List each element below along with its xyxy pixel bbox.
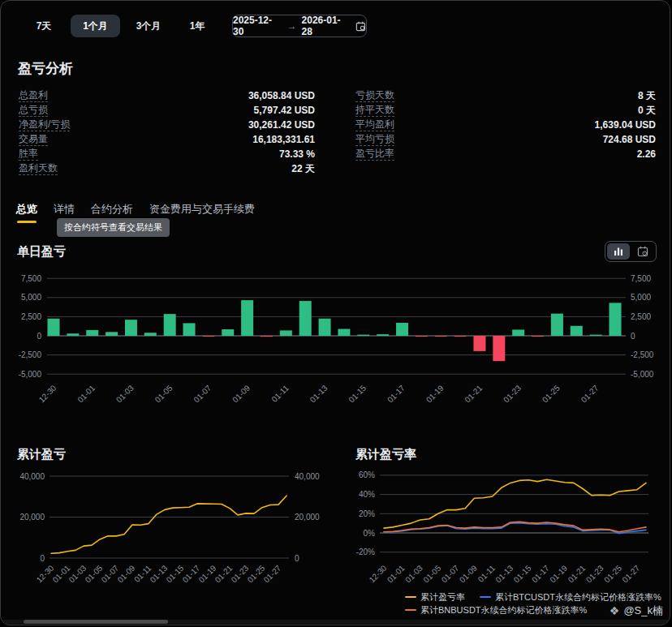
date-range-picker[interactable]: 2025-12-30 → 2026-01-28 — [232, 15, 367, 37]
stat-label[interactable]: 亏损天数 — [355, 89, 394, 102]
x-tick-label: 01-07 — [440, 563, 461, 584]
cumulative-pnl-rate-chart[interactable]: 60%40%20%0%-20%12-3001-0101-0301-0501-07… — [1, 467, 670, 599]
daily-pnl-bar[interactable] — [280, 330, 292, 336]
legend-label: 累计BTCUSDT永续合约标记价格涨跌率% — [495, 591, 661, 603]
y-tick-label: 0% — [364, 529, 376, 538]
daily-pnl-bar[interactable] — [493, 336, 505, 361]
x-tick-label: 01-21 — [566, 563, 588, 584]
bar-view-button[interactable] — [607, 243, 630, 260]
daily-pnl-bar[interactable] — [454, 336, 467, 337]
time-range-filter: 7天 1个月 3个月 1年 2025-12-30 → 2026-01-28 — [1, 15, 670, 37]
pnl-analysis-panel: 7天 1个月 3个月 1年 2025-12-30 → 2026-01-28 盈亏… — [0, 0, 670, 625]
x-tick-label: 01-05 — [421, 563, 442, 584]
x-tick-label: 01-23 — [502, 383, 523, 404]
range-button-1m[interactable]: 1个月 — [71, 15, 120, 37]
calendar-clock-icon — [637, 246, 648, 257]
daily-pnl-bar[interactable] — [473, 336, 485, 351]
x-tick-label: 01-15 — [512, 563, 533, 584]
daily-pnl-bar[interactable] — [164, 314, 176, 336]
tab-overview[interactable]: 总览 — [16, 202, 37, 223]
legend-dash-yellow — [405, 596, 416, 598]
daily-pnl-bar[interactable] — [571, 326, 583, 336]
daily-pnl-bar[interactable] — [241, 300, 253, 336]
daily-pnl-bar[interactable] — [202, 336, 214, 337]
stat-label[interactable]: 持平天数 — [355, 104, 394, 117]
range-button-7d[interactable]: 7天 — [30, 15, 58, 37]
daily-pnl-bar[interactable] — [319, 319, 331, 336]
daily-pnl-bar[interactable] — [222, 329, 234, 336]
daily-pnl-bar[interactable] — [435, 336, 447, 337]
x-tick-label: 12-30 — [37, 383, 58, 404]
x-tick-label: 01-13 — [493, 563, 515, 584]
stat-label[interactable]: 净盈利/亏损 — [19, 118, 70, 131]
stat-row-breakeven-days: 持平天数 0 天 — [355, 103, 656, 118]
x-tick-label: 01-27 — [579, 383, 601, 404]
stat-value: 724.68 USD — [603, 134, 656, 145]
stat-label[interactable]: 平均亏损 — [355, 133, 394, 146]
legend-item-btcusdt[interactable]: 累计BTCUSDT永续合约标记价格涨跌率% — [480, 591, 661, 603]
active-tab-underline — [17, 221, 37, 223]
daily-pnl-bar[interactable] — [299, 301, 312, 336]
chart-title-cumulative-pnl: 累计盈亏 — [17, 447, 66, 462]
stat-row-total-loss: 总亏损 5,797.42 USD — [19, 103, 315, 118]
daily-pnl-bar[interactable] — [183, 323, 196, 336]
daily-pnl-bar[interactable] — [416, 336, 428, 337]
x-tick-label: 01-09 — [230, 383, 252, 404]
daily-pnl-bar[interactable] — [125, 320, 137, 336]
watermark-text: @S_k楠 — [623, 603, 663, 618]
x-tick-label: 01-11 — [476, 563, 498, 584]
tab-label: 合约分析 — [91, 203, 133, 215]
stat-value: 5,797.42 USD — [254, 105, 315, 116]
daily-pnl-bar[interactable] — [86, 330, 98, 336]
daily-pnl-bar[interactable] — [106, 332, 118, 336]
stat-label[interactable]: 平均盈利 — [355, 118, 394, 131]
daily-pnl-bar[interactable] — [590, 335, 602, 336]
x-tick-label: 01-19 — [424, 383, 446, 404]
daily-pnl-bar[interactable] — [261, 336, 273, 337]
watermark: ❖ @S_k楠 — [610, 603, 663, 618]
stat-value: 73.33 % — [279, 148, 315, 160]
stat-label[interactable]: 总盈利 — [19, 89, 48, 102]
daily-pnl-bar[interactable] — [532, 336, 544, 337]
stats-column-right: 亏损天数 8 天 持平天数 0 天 平均盈利 1,639.04 USD 平均亏损… — [355, 88, 656, 161]
horizontal-scrollbar-thumb[interactable] — [24, 620, 168, 624]
stat-label[interactable]: 胜率 — [19, 148, 38, 161]
x-tick-label: 01-25 — [541, 383, 562, 404]
y-tick-label: 2,500 — [631, 312, 651, 321]
daily-pnl-bar[interactable] — [396, 323, 408, 336]
bar-chart-icon — [613, 246, 624, 257]
daily-pnl-bar[interactable] — [512, 329, 524, 336]
legend-dash-orange — [405, 609, 416, 611]
x-tick-label: 01-01 — [386, 563, 407, 584]
stat-value: 2.26 — [637, 148, 656, 160]
daily-pnl-bar[interactable] — [48, 319, 60, 336]
stat-row-profit-days: 盈利天数 22 天 — [19, 161, 315, 176]
daily-pnl-bar[interactable] — [551, 314, 563, 336]
x-tick-label: 01-17 — [530, 563, 551, 584]
daily-pnl-bar[interactable] — [338, 329, 350, 337]
stat-label[interactable]: 交易量 — [19, 133, 48, 146]
stat-row-pnl-ratio: 盈亏比率 2.26 — [355, 147, 656, 161]
x-tick-label: 01-21 — [463, 383, 485, 404]
stat-label[interactable]: 总亏损 — [19, 104, 48, 117]
range-button-1y[interactable]: 1年 — [184, 15, 210, 37]
daily-pnl-bar[interactable] — [144, 333, 157, 336]
calendar-view-button[interactable] — [631, 243, 654, 260]
x-tick-label: 01-11 — [269, 383, 291, 404]
y-tick-label: 40% — [359, 490, 375, 499]
daily-pnl-chart[interactable]: 7,5007,5005,0005,0002,5002,50000-2,500-2… — [1, 268, 670, 413]
stat-row-net-pnl: 净盈利/亏损 30,261.42 USD — [19, 118, 315, 132]
stat-label[interactable]: 盈亏比率 — [355, 148, 394, 161]
daily-pnl-bar[interactable] — [357, 335, 369, 336]
daily-pnl-bar[interactable] — [67, 333, 79, 336]
y-tick-label: -5,000 — [631, 370, 654, 379]
stat-row-total-profit: 总盈利 36,058.84 USD — [19, 88, 315, 103]
legend-item-bnbusdt[interactable]: 累计BNBUSDT永续合约标记价格涨跌率% — [405, 604, 587, 616]
daily-pnl-bar[interactable] — [377, 334, 389, 336]
legend-item-pnl-rate[interactable]: 累计盈亏率 — [405, 591, 465, 603]
stat-label[interactable]: 盈利天数 — [19, 162, 58, 175]
stat-value: 0 天 — [638, 104, 656, 118]
daily-pnl-bar[interactable] — [610, 303, 622, 336]
range-button-3m[interactable]: 3个月 — [132, 15, 165, 37]
x-tick-label: 01-01 — [75, 383, 97, 404]
